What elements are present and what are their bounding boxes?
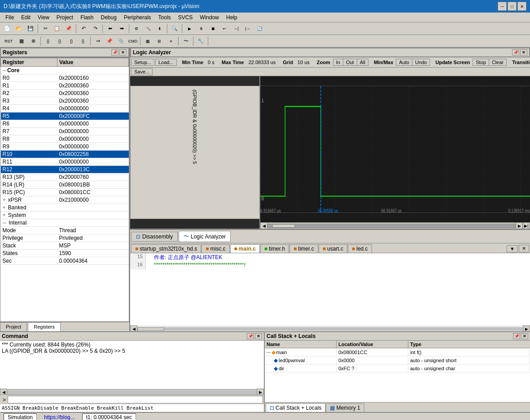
- tb-cut[interactable]: ✂: [40, 24, 51, 34]
- close-tab-button[interactable]: ✕: [519, 245, 529, 252]
- tb-misc6[interactable]: |→: [242, 24, 253, 34]
- table-row[interactable]: Sec 0.00004364: [1, 257, 129, 265]
- tb-pin1[interactable]: 📌: [104, 36, 115, 46]
- table-row[interactable]: R10 0x08002258: [1, 151, 129, 158]
- scroll-right2-button[interactable]: ▶|: [523, 222, 530, 229]
- tb-view3[interactable]: ≡: [166, 36, 176, 46]
- tab-timer-h[interactable]: ■ timer.h: [260, 244, 289, 253]
- tb-forward[interactable]: ➡: [116, 24, 127, 34]
- tb-open[interactable]: 📂: [13, 24, 24, 34]
- tab-registers[interactable]: Registers: [28, 322, 60, 331]
- code-scroll-right[interactable]: ▶: [523, 325, 530, 332]
- cmd-scroll-track[interactable]: [7, 390, 257, 394]
- scroll-right-button[interactable]: ▶: [516, 222, 523, 229]
- close-button[interactable]: ✕: [517, 2, 526, 11]
- table-row[interactable]: Stack MSP: [1, 242, 129, 250]
- la-scrollbar-h[interactable]: ◀ ▶ ▶|: [260, 222, 530, 229]
- tb-pin2[interactable]: 📎: [116, 36, 127, 46]
- tb-misc1[interactable]: ▶: [184, 24, 195, 34]
- tb-cmd[interactable]: CMD: [127, 36, 138, 46]
- menu-tools[interactable]: Tools: [155, 13, 175, 22]
- zoom-all-button[interactable]: All: [357, 59, 368, 65]
- menu-debug[interactable]: Debug: [97, 13, 120, 22]
- zoom-in-button[interactable]: In: [333, 59, 343, 65]
- update-clear-button[interactable]: Clear: [489, 59, 506, 65]
- code-scroll-thumb[interactable]: [137, 327, 164, 331]
- tb-braces1[interactable]: {}: [43, 36, 53, 46]
- code-scroll-track[interactable]: [137, 327, 523, 331]
- minmax-auto-button[interactable]: Auto: [396, 59, 412, 65]
- tb-wave[interactable]: 〜: [180, 36, 191, 46]
- menu-peripherals[interactable]: Peripherals: [120, 13, 155, 22]
- scroll-track[interactable]: [267, 224, 516, 228]
- table-row[interactable]: R13 (SP) 0x20000760: [1, 173, 129, 181]
- tb-back[interactable]: ⬅: [105, 24, 115, 34]
- table-row[interactable]: + Banked: [1, 204, 129, 212]
- tb-stop2[interactable]: ⊗: [28, 36, 39, 46]
- scroll-left-button[interactable]: ◀: [260, 222, 267, 229]
- close-registers-button[interactable]: ✕: [119, 49, 127, 56]
- menu-view[interactable]: View: [34, 13, 53, 22]
- table-row[interactable]: States 1590: [1, 250, 129, 257]
- tb-rst[interactable]: RST: [2, 36, 15, 46]
- tab-callstack[interactable]: ⊡ Call Stack + Locals: [266, 403, 325, 412]
- la-setup-button[interactable]: Setup...: [131, 59, 154, 66]
- tb-build2[interactable]: 🔨: [143, 24, 153, 34]
- minmax-undo-button[interactable]: Undo: [412, 59, 429, 65]
- table-row[interactable]: R8 0x00000000: [1, 135, 129, 143]
- table-row[interactable]: R0 0x20000160: [1, 74, 129, 82]
- table-row[interactable]: R15 (PC) 0x080001CC: [1, 189, 129, 196]
- table-row[interactable]: ─ Internal: [1, 219, 129, 227]
- tab-memory1[interactable]: ▦ Memory 1: [326, 403, 364, 412]
- tb-misc2[interactable]: ⏸: [196, 24, 206, 34]
- tb-tool1[interactable]: 🔧: [195, 36, 206, 46]
- tab-project[interactable]: Project: [0, 322, 27, 331]
- tb-misc4[interactable]: ↩: [219, 24, 230, 34]
- cmd-pin-button[interactable]: 📌: [247, 333, 254, 339]
- tb-braces2[interactable]: {}: [54, 36, 65, 46]
- tb-braces3[interactable]: {}: [66, 36, 77, 46]
- code-scroll-left[interactable]: ◀: [130, 325, 137, 332]
- cs-row-main[interactable]: ─ ◆ main 0x080001CC int f(): [265, 348, 530, 356]
- tab-disassembly[interactable]: ⊡ Disassembly: [131, 232, 178, 242]
- minimize-button[interactable]: ─: [498, 2, 507, 11]
- table-row[interactable]: R1 0x20000360: [1, 82, 129, 90]
- tb-misc7[interactable]: 🔄: [254, 24, 265, 34]
- menu-file[interactable]: File: [2, 13, 18, 22]
- tb-undo[interactable]: ↶: [78, 24, 89, 34]
- menu-edit[interactable]: Edit: [18, 13, 34, 22]
- menu-svcs[interactable]: SVCS: [175, 13, 197, 22]
- cmd-close-button[interactable]: ✕: [255, 333, 262, 339]
- tb-paste[interactable]: 📌: [63, 24, 74, 34]
- table-row[interactable]: + System: [1, 212, 129, 219]
- table-row[interactable]: Mode Thread: [1, 227, 129, 234]
- la-pin-button[interactable]: 📌: [512, 49, 519, 56]
- tb-copy[interactable]: 📋: [52, 24, 62, 34]
- tb-arrow[interactable]: ⇒: [92, 36, 103, 46]
- tab-startup[interactable]: ■ startup_stm32f10x_hd.s: [131, 244, 201, 253]
- la-save-button[interactable]: Save...: [131, 68, 153, 75]
- update-stop-button[interactable]: Stop: [473, 59, 489, 65]
- cs-pin-button[interactable]: 📌: [513, 333, 520, 339]
- table-row[interactable]: R2 0x20000360: [1, 90, 129, 97]
- tab-timer-c[interactable]: ■ timer.c: [289, 244, 318, 253]
- scroll-thumb[interactable]: [272, 224, 295, 228]
- menu-help[interactable]: Help: [223, 13, 241, 22]
- cs-close-button[interactable]: ✕: [521, 333, 528, 339]
- menu-window[interactable]: Window: [196, 13, 223, 22]
- tb-redo[interactable]: ↷: [90, 24, 101, 34]
- table-row[interactable]: R9 0x00000000: [1, 143, 129, 151]
- table-row[interactable]: Privilege Privileged: [1, 234, 129, 242]
- tb-view1[interactable]: ▦: [142, 36, 153, 46]
- tb-download[interactable]: ⬇: [154, 24, 165, 34]
- tb-save[interactable]: 💾: [25, 24, 36, 34]
- maximize-button[interactable]: □: [508, 2, 517, 11]
- table-row[interactable]: R6 0x00000000: [1, 120, 129, 128]
- tab-dropdown-button[interactable]: ▼: [507, 245, 518, 252]
- tb-reg[interactable]: ▦: [16, 36, 27, 46]
- tb-misc3[interactable]: ⏹: [207, 24, 218, 34]
- menu-project[interactable]: Project: [53, 13, 77, 22]
- tab-usart[interactable]: ■ usart.c: [319, 244, 347, 253]
- tab-led[interactable]: ■ led.c: [348, 244, 372, 253]
- table-row[interactable]: R11 0x00000000: [1, 158, 129, 166]
